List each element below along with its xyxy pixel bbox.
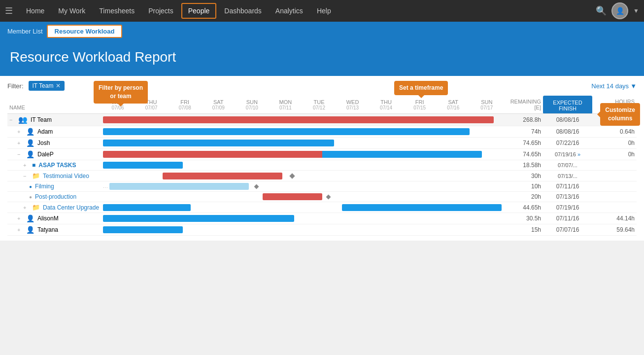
- col-date-4: Sun 07/10: [235, 96, 269, 114]
- table-row[interactable]: − 👥 IT Team 268.8h 08/08/16 104.42h: [7, 114, 637, 126]
- name-cell-filming: ● Filming: [7, 181, 101, 192]
- col-date-11: Sun 07/17: [470, 96, 504, 114]
- name-cell-itteam: − 👥 IT Team: [7, 114, 101, 126]
- expand-tatyana[interactable]: +: [17, 227, 23, 233]
- nav-help[interactable]: Help: [311, 4, 337, 18]
- expand-adam[interactable]: +: [17, 129, 23, 135]
- table-row[interactable]: ● Post-production 20h 07/13/16: [7, 192, 637, 202]
- name-cell-josh: + 👤 Josh: [7, 138, 101, 149]
- col-date-3: Sat 07/09: [202, 96, 235, 114]
- available-josh: 0h: [592, 138, 637, 149]
- available-postprod: [592, 192, 637, 202]
- expand-alisonm[interactable]: +: [17, 215, 23, 221]
- nav-projects[interactable]: Projects: [142, 4, 179, 18]
- col-expected: Expected Finish: [543, 96, 592, 114]
- expand-dalep[interactable]: −: [17, 151, 23, 157]
- remaining-dalep: 74.65h: [504, 149, 543, 160]
- remaining-postprod: 20h: [504, 192, 543, 202]
- dalep-icon: 👤: [26, 150, 34, 158]
- josh-label: Josh: [37, 140, 50, 146]
- name-cell-datacenter: + 📁 Data Center Upgrade: [7, 202, 101, 213]
- postprod-dot: ●: [29, 194, 32, 200]
- timeframe-button[interactable]: Next 14 days ▼: [591, 82, 637, 90]
- table-row[interactable]: + 📁 Data Center Upgrade 44.65h 07/19/16: [7, 202, 637, 213]
- table-row[interactable]: − 👤 DaleP 74.65h 07/19/16 » 0h: [7, 149, 637, 160]
- name-cell-tatyana: + 👤 Tatyana: [7, 224, 101, 236]
- available-datacenter: [592, 202, 637, 213]
- expand-datacenter[interactable]: +: [23, 205, 29, 211]
- remaining-asap: 18.58h: [504, 160, 543, 171]
- remaining-itteam: 268.8h: [504, 114, 543, 126]
- expand-itteam[interactable]: −: [9, 117, 15, 123]
- table-row[interactable]: − 📁 Testimonial Video 30h: [7, 171, 637, 181]
- nav-analytics[interactable]: Analytics: [270, 4, 309, 18]
- team-icon: 👥: [18, 115, 28, 124]
- nav-items: Home My Work Timesheets Projects People …: [20, 3, 596, 19]
- gantt-cell-tatyana: [101, 224, 504, 236]
- expected-itteam: 08/08/16: [543, 114, 592, 126]
- available-dalep: 0h: [592, 149, 637, 160]
- testimonial-label[interactable]: Testimonial Video: [43, 173, 89, 179]
- search-icon[interactable]: 🔍: [596, 5, 607, 16]
- table-row[interactable]: + 👤 AlisonM 30.5h 07/11/16 44.14h: [7, 213, 637, 224]
- tatyana-icon: 👤: [26, 226, 34, 234]
- nav-timesheets[interactable]: Timesheets: [93, 4, 140, 18]
- avatar[interactable]: 👤: [611, 2, 628, 19]
- asap-icon: ■: [32, 162, 35, 169]
- filter-label: Filter:: [7, 82, 24, 90]
- remaining-tatyana: 15h: [504, 224, 543, 236]
- subnav-tab-resource-workload[interactable]: Resource Workload: [47, 25, 123, 38]
- table-row[interactable]: + ■ ASAP TASKS 18.58h 07/07/...: [7, 160, 637, 171]
- available-asap: [592, 160, 637, 171]
- gantt-cell-datacenter: [101, 202, 504, 213]
- expand-asap[interactable]: +: [23, 162, 29, 168]
- gantt-cell-filming: ...: [101, 181, 504, 192]
- tatyana-label: Tatyana: [37, 226, 58, 233]
- workload-table: NAME Wed 07/06 Thu 07/07 Fri 07/08 Sat 0…: [7, 96, 637, 236]
- testimonial-folder-icon: 📁: [32, 172, 40, 179]
- filter-tag-remove[interactable]: ✕: [56, 82, 61, 89]
- table-row[interactable]: + 👤 Josh 74.65h 07/22/16 0h: [7, 138, 637, 149]
- expand-testimonial[interactable]: −: [23, 173, 29, 179]
- page-title: Resource Workload Report: [10, 49, 634, 65]
- expand-josh[interactable]: +: [17, 140, 23, 146]
- expected-tatyana: 07/07/16: [543, 224, 592, 236]
- filter-tag-itteam[interactable]: IT Team ✕: [29, 81, 65, 91]
- nav-dashboards[interactable]: Dashboards: [218, 4, 268, 18]
- sub-navigation: Member List Resource Workload: [0, 22, 644, 40]
- expected-datacenter: 07/19/16: [543, 202, 592, 213]
- expected-testimonial: 07/13/...: [543, 171, 592, 181]
- gantt-cell-itteam: [101, 114, 504, 126]
- gantt-cell-alisonm: [101, 213, 504, 224]
- top-navigation: ☰ Home My Work Timesheets Projects Peopl…: [0, 0, 644, 22]
- asap-label[interactable]: ASAP TASKS: [38, 162, 76, 169]
- nav-people[interactable]: People: [181, 3, 217, 19]
- name-cell-testimonial: − 📁 Testimonial Video: [7, 171, 101, 181]
- col-remaining: Remaining [E]: [504, 96, 543, 114]
- available-tatyana: 59.64h: [592, 224, 637, 236]
- gantt-cell-dalep: [101, 149, 504, 160]
- expected-alisonm: 07/11/16: [543, 213, 592, 224]
- table-row[interactable]: + 👤 Tatyana 15h 07/07/16 59.64h: [7, 224, 637, 236]
- callout-customize: Customize columns: [600, 103, 640, 126]
- alisonm-icon: 👤: [26, 214, 34, 222]
- table-row[interactable]: ● Filming ... 10h 07/11/16: [7, 181, 637, 192]
- remaining-alisonm: 30.5h: [504, 213, 543, 224]
- menu-icon[interactable]: ☰: [5, 5, 13, 16]
- available-filming: [592, 181, 637, 192]
- dropdown-icon[interactable]: ▼: [633, 7, 639, 14]
- expected-josh: 07/22/16: [543, 138, 592, 149]
- expected-adam: 08/08/16: [543, 126, 592, 138]
- available-alisonm: 44.14h: [592, 213, 637, 224]
- datacenter-label[interactable]: Data Center Upgrade: [43, 204, 99, 211]
- expected-filming: 07/11/16: [543, 181, 592, 192]
- nav-home[interactable]: Home: [20, 4, 50, 18]
- name-cell-dalep: − 👤 DaleP: [7, 149, 101, 160]
- itteam-label: IT Team: [31, 116, 52, 123]
- table-row[interactable]: + 👤 Adam 74h 08/08/16 0.64h: [7, 126, 637, 138]
- nav-mywork[interactable]: My Work: [52, 4, 91, 18]
- remaining-adam: 74h: [504, 126, 543, 138]
- adam-label: Adam: [37, 128, 53, 135]
- postprod-label[interactable]: Post-production: [35, 193, 76, 200]
- filming-label[interactable]: Filming: [35, 183, 54, 190]
